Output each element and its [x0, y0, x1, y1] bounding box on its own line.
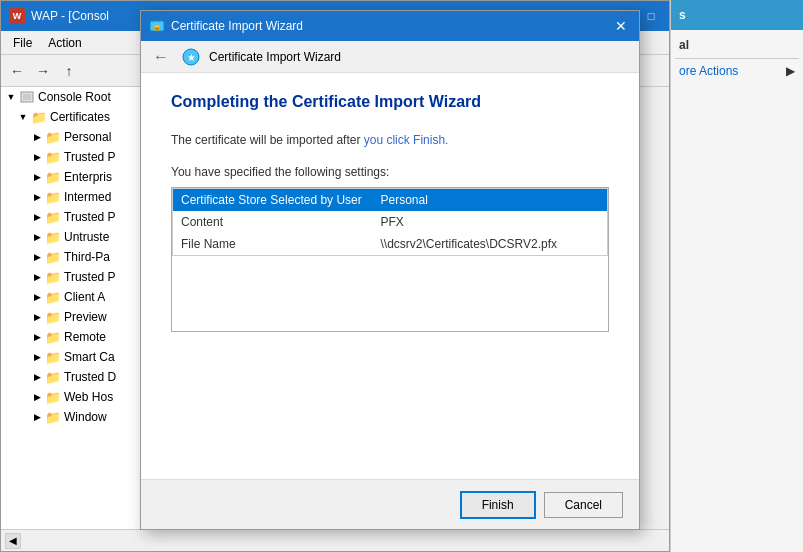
tree-item-preview[interactable]: ▶ 📁 Preview	[1, 307, 145, 327]
more-actions-arrow-icon: ▶	[786, 64, 795, 78]
tree-label-preview: Preview	[64, 310, 107, 324]
wizard-title-text: Certificate Import Wizard	[171, 19, 611, 33]
tree-label-intermed: Intermed	[64, 190, 111, 204]
action-section-title: al	[675, 34, 799, 56]
tree-item-trustedd[interactable]: ▶ 📁 Trusted D	[1, 367, 145, 387]
tree-label-webhos: Web Hos	[64, 390, 113, 404]
expander-smartca[interactable]: ▶	[31, 351, 43, 363]
expander-trustedd[interactable]: ▶	[31, 371, 43, 383]
tree-label-console-root: Console Root	[38, 90, 111, 104]
wizard-toolbar: ← ★ Certificate Import Wizard	[141, 41, 639, 73]
tree-item-enterprise[interactable]: ▶ 📁 Enterpris	[1, 167, 145, 187]
tree-label-personal: Personal	[64, 130, 111, 144]
settings-table: Certificate Store Selected by User Perso…	[172, 188, 608, 256]
expander-clienta[interactable]: ▶	[31, 291, 43, 303]
wizard-heading: Completing the Certificate Import Wizard	[171, 93, 609, 111]
webhos-folder-icon: 📁	[45, 390, 61, 404]
wizard-title-bar: 🔒 Certificate Import Wizard ✕	[141, 11, 639, 41]
status-scroll-left[interactable]: ◀	[5, 533, 21, 549]
tree-label-window: Window	[64, 410, 107, 424]
action-menu[interactable]: Action	[40, 34, 89, 52]
tree-item-remote[interactable]: ▶ 📁 Remote	[1, 327, 145, 347]
up-button[interactable]: ↑	[57, 59, 81, 83]
console-root-icon	[19, 90, 35, 104]
tree-item-certificates[interactable]: ▼ 📁 Certificates	[1, 107, 145, 127]
tree-item-clienta[interactable]: ▶ 📁 Client A	[1, 287, 145, 307]
untrusted-folder-icon: 📁	[45, 230, 61, 244]
trusted1-folder-icon: 📁	[45, 150, 61, 164]
remote-folder-icon: 📁	[45, 330, 61, 344]
finish-button[interactable]: Finish	[460, 491, 536, 519]
settings-label-filename: File Name	[173, 233, 373, 256]
tree-item-thirdpa[interactable]: ▶ 📁 Third-Pa	[1, 247, 145, 267]
cancel-button[interactable]: Cancel	[544, 492, 623, 518]
settings-row-cert-store[interactable]: Certificate Store Selected by User Perso…	[173, 189, 608, 212]
expander-trusted-1[interactable]: ▶	[31, 151, 43, 163]
certificates-folder-icon: 📁	[31, 110, 47, 124]
expander-thirdpa[interactable]: ▶	[31, 251, 43, 263]
expander-personal[interactable]: ▶	[31, 131, 43, 143]
wizard-info-link: you click Finish.	[364, 133, 449, 147]
action-panel: s al ore Actions ▶	[670, 0, 803, 552]
app-icon: W	[9, 8, 25, 24]
action-panel-body: al ore Actions ▶	[671, 30, 803, 85]
expander-preview[interactable]: ▶	[31, 311, 43, 323]
tree-item-personal[interactable]: ▶ 📁 Personal	[1, 127, 145, 147]
expander-webhos[interactable]: ▶	[31, 391, 43, 403]
settings-table-container: Certificate Store Selected by User Perso…	[171, 187, 609, 332]
action-panel-header: s	[671, 0, 803, 30]
settings-value-cert-store: Personal	[373, 189, 608, 212]
back-button[interactable]: ←	[5, 59, 29, 83]
file-menu[interactable]: File	[5, 34, 40, 52]
settings-row-content[interactable]: Content PFX	[173, 211, 608, 233]
preview-folder-icon: 📁	[45, 310, 61, 324]
tree-label-trustedd: Trusted D	[64, 370, 116, 384]
tree-label-trusted-1: Trusted P	[64, 150, 116, 164]
wizard-settings-label: You have specified the following setting…	[171, 165, 609, 179]
expander-window[interactable]: ▶	[31, 411, 43, 423]
wizard-close-button[interactable]: ✕	[611, 16, 631, 36]
forward-button[interactable]: →	[31, 59, 55, 83]
svg-text:★: ★	[187, 52, 196, 63]
tree-item-trusted-1[interactable]: ▶ 📁 Trusted P	[1, 147, 145, 167]
tree-label-thirdpa: Third-Pa	[64, 250, 110, 264]
settings-label-cert-store: Certificate Store Selected by User	[173, 189, 373, 212]
tree-label-trusted-3: Trusted P	[64, 270, 116, 284]
svg-text:🔒: 🔒	[152, 21, 162, 31]
wizard-body: Completing the Certificate Import Wizard…	[141, 73, 639, 479]
expander-untrusted[interactable]: ▶	[31, 231, 43, 243]
tree-item-intermed[interactable]: ▶ 📁 Intermed	[1, 187, 145, 207]
wizard-back-button[interactable]: ←	[149, 45, 173, 69]
tree-item-trusted-2[interactable]: ▶ 📁 Trusted P	[1, 207, 145, 227]
trusted3-folder-icon: 📁	[45, 270, 61, 284]
restore-button[interactable]: □	[641, 6, 661, 26]
settings-row-filename[interactable]: File Name \\dcsrv2\Certificates\DCSRV2.p…	[173, 233, 608, 256]
expander-trusted-2[interactable]: ▶	[31, 211, 43, 223]
settings-value-content: PFX	[373, 211, 608, 233]
tree-item-untrusted[interactable]: ▶ 📁 Untruste	[1, 227, 145, 247]
expander-intermed[interactable]: ▶	[31, 191, 43, 203]
enterprise-folder-icon: 📁	[45, 170, 61, 184]
expander-trusted-3[interactable]: ▶	[31, 271, 43, 283]
tree-item-smartca[interactable]: ▶ 📁 Smart Ca	[1, 347, 145, 367]
wizard-info-text1: The certificate will be imported after	[171, 133, 364, 147]
tree-label-smartca: Smart Ca	[64, 350, 115, 364]
wizard-title-icon: 🔒	[149, 18, 165, 34]
more-actions-label: ore Actions	[679, 64, 738, 78]
expander-certificates[interactable]: ▼	[17, 111, 29, 123]
trusted2-folder-icon: 📁	[45, 210, 61, 224]
tree-label-enterprise: Enterpris	[64, 170, 112, 184]
expander-remote[interactable]: ▶	[31, 331, 43, 343]
tree-item-window[interactable]: ▶ 📁 Window	[1, 407, 145, 427]
more-actions-item[interactable]: ore Actions ▶	[675, 61, 799, 81]
window-folder-icon: 📁	[45, 410, 61, 424]
wizard-toolbar-cert-icon: ★	[181, 47, 201, 67]
sidebar-tree: ▼ Console Root ▼ 📁 Certificates ▶ 📁 Pers…	[1, 87, 146, 529]
expander-enterprise[interactable]: ▶	[31, 171, 43, 183]
wizard-info: The certificate will be imported after y…	[171, 131, 609, 149]
tree-item-console-root[interactable]: ▼ Console Root	[1, 87, 145, 107]
action-section-divider	[675, 58, 799, 59]
tree-item-webhos[interactable]: ▶ 📁 Web Hos	[1, 387, 145, 407]
expander-console-root[interactable]: ▼	[5, 91, 17, 103]
tree-item-trusted-3[interactable]: ▶ 📁 Trusted P	[1, 267, 145, 287]
